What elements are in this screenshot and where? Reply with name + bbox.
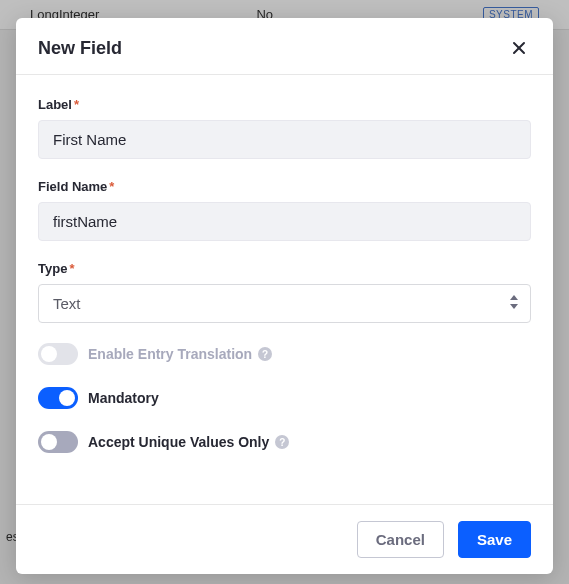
- type-text: Type: [38, 261, 67, 276]
- toggle-thumb: [59, 390, 75, 406]
- required-mark: *: [69, 261, 74, 276]
- toggle-mandatory-row: Mandatory: [38, 387, 531, 409]
- toggle-unique[interactable]: [38, 431, 78, 453]
- modal-body: Label* Field Name* Type*: [16, 75, 553, 504]
- close-button[interactable]: [507, 36, 531, 60]
- toggle-mandatory-label: Mandatory: [88, 390, 159, 406]
- required-mark: *: [109, 179, 114, 194]
- modal-title: New Field: [38, 38, 122, 59]
- label-text: Enable Entry Translation: [88, 346, 252, 362]
- toggle-translation: [38, 343, 78, 365]
- fieldname-field-group: Field Name*: [38, 179, 531, 241]
- label-input[interactable]: [38, 120, 531, 159]
- type-select[interactable]: [38, 284, 531, 323]
- fieldname-input[interactable]: [38, 202, 531, 241]
- save-button[interactable]: Save: [458, 521, 531, 558]
- new-field-modal: New Field Label* Field Name* Type*: [16, 18, 553, 574]
- label-field-group: Label*: [38, 97, 531, 159]
- fieldname-text: Field Name: [38, 179, 107, 194]
- required-mark: *: [74, 97, 79, 112]
- type-field-group: Type*: [38, 261, 531, 323]
- close-icon: [511, 40, 527, 56]
- modal-footer: Cancel Save: [16, 504, 553, 574]
- toggle-translation-label: Enable Entry Translation ?: [88, 346, 272, 362]
- label-text: Mandatory: [88, 390, 159, 406]
- type-select-wrap: [38, 284, 531, 323]
- toggle-translation-row: Enable Entry Translation ?: [38, 343, 531, 365]
- cancel-button[interactable]: Cancel: [357, 521, 444, 558]
- toggle-thumb: [41, 346, 57, 362]
- fieldname-field-label: Field Name*: [38, 179, 531, 194]
- toggle-unique-label: Accept Unique Values Only ?: [88, 434, 289, 450]
- modal-header: New Field: [16, 18, 553, 75]
- label-text: Accept Unique Values Only: [88, 434, 269, 450]
- label-field-label: Label*: [38, 97, 531, 112]
- help-icon[interactable]: ?: [258, 347, 272, 361]
- toggle-mandatory[interactable]: [38, 387, 78, 409]
- type-field-label: Type*: [38, 261, 531, 276]
- toggle-thumb: [41, 434, 57, 450]
- help-icon[interactable]: ?: [275, 435, 289, 449]
- label-text: Label: [38, 97, 72, 112]
- toggle-unique-row: Accept Unique Values Only ?: [38, 431, 531, 453]
